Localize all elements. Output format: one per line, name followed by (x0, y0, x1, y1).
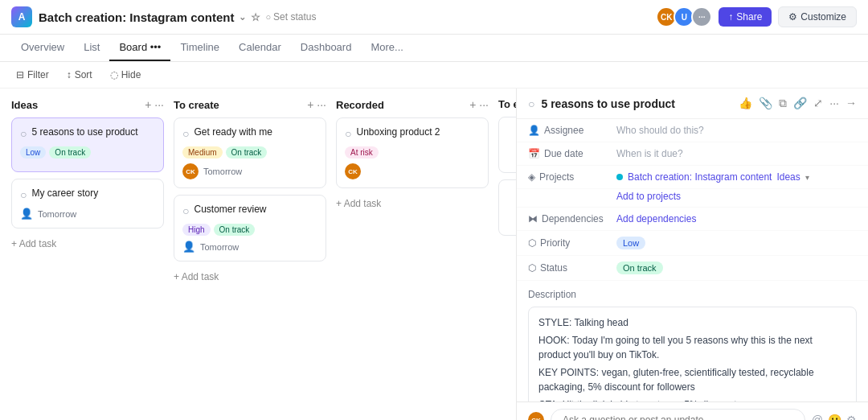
tab-calendar[interactable]: Calendar (229, 35, 291, 61)
comment-attach-icon[interactable]: ⚙ (846, 414, 857, 420)
hide-button[interactable]: ◌ Hide (105, 67, 146, 83)
task-date-career: Tomorrow (38, 209, 76, 219)
task-card-career[interactable]: ○ My career story 👤 Tomorrow (11, 179, 164, 229)
duedate-label: 📅 Due date (528, 148, 616, 159)
comment-emoji-icon[interactable]: 🙂 (828, 414, 841, 420)
more-icon-ideas[interactable]: ··· (154, 98, 164, 111)
more-options-icon[interactable]: ··· (829, 97, 839, 110)
sort-button[interactable]: ↕ Sort (62, 67, 97, 83)
task-circle-icon4: ○ (182, 204, 189, 217)
add-task-icon-recorded[interactable]: + (469, 98, 476, 111)
description-section: Description STYLE: Talking head HOOK: To… (517, 281, 868, 401)
detail-row-dependencies: ⧓ Dependencies Add dependencies (517, 208, 868, 231)
topbar-right: CK U ··· ↑ Share ⚙ Customize (656, 6, 857, 27)
column-actions-tocreate: + ··· (307, 98, 326, 111)
section-chevron-icon: ▾ (805, 173, 809, 182)
status-badge: On track (616, 261, 663, 274)
column-tocreate: To create + ··· ○ Get ready with me Medi… (174, 98, 326, 420)
description-box[interactable]: STYLE: Talking head HOOK: Today I'm goin… (528, 307, 857, 401)
badge-atrisk: At risk (345, 146, 379, 159)
desc-hook: HOOK: Today I'm going to tell you 5 reas… (538, 333, 846, 362)
nav-tabs: Overview List Board ••• Timeline Calenda… (0, 35, 868, 62)
detail-title: 5 reasons to use product (541, 97, 732, 110)
comment-avatar: CK (528, 412, 544, 420)
task-title-5reasons: ○ 5 reasons to use product (20, 126, 155, 140)
hide-icon: ◌ (110, 69, 118, 80)
detail-row-addprojects: Add to projects (517, 189, 868, 208)
filter-button[interactable]: ⊟ Filter (11, 67, 54, 83)
dependencies-value[interactable]: Add dependencies (616, 213, 857, 224)
more-icon-tocreate[interactable]: ··· (317, 98, 326, 111)
task-title-getready: ○ Get ready with me (182, 126, 317, 140)
addprojects-link[interactable]: Add to projects (616, 191, 857, 202)
tab-list[interactable]: List (74, 35, 109, 61)
status-value[interactable]: On track (616, 261, 857, 274)
comment-at-icon[interactable]: @ (812, 414, 823, 420)
task-card-customer[interactable]: ○ Customer review High On track 👤 Tomorr… (174, 195, 326, 261)
assignee-icon: 👤 (528, 125, 540, 136)
task-circle-icon: ○ (20, 127, 27, 140)
project-name-value[interactable]: Batch creation: Instagram content (628, 171, 772, 183)
copy-icon[interactable]: ⧉ (779, 97, 787, 110)
favorite-icon[interactable]: ☆ (251, 11, 260, 23)
share-button[interactable]: ↑ Share (719, 7, 772, 27)
tab-dashboard[interactable]: Dashboard (291, 35, 362, 61)
task-title-customer: ○ Customer review (182, 204, 317, 217)
add-task-icon-tocreate[interactable]: + (307, 98, 313, 111)
badge-high: High (182, 224, 211, 236)
detail-panel: ○ 5 reasons to use product 👍 📎 ⧉ 🔗 ⤢ ···… (516, 89, 868, 420)
close-icon[interactable]: → (845, 97, 857, 110)
detail-row-duedate: 📅 Due date When is it due? (517, 142, 868, 166)
tab-overview[interactable]: Overview (11, 35, 74, 61)
customize-button[interactable]: ⚙ Customize (778, 6, 857, 27)
project-dot (616, 174, 623, 180)
task-card-5reasons[interactable]: ○ 5 reasons to use product Low On track (11, 117, 164, 172)
thumbs-up-icon[interactable]: 👍 (739, 97, 752, 110)
column-header-toedit: To edi… (498, 98, 516, 110)
task-date-getready: Tomorrow (203, 167, 242, 176)
projects-value: Batch creation: Instagram content Ideas … (616, 171, 857, 183)
task-date-customer: Tomorrow (200, 242, 239, 252)
detail-header-actions: 👍 📎 ⧉ 🔗 ⤢ ··· → (739, 97, 857, 110)
set-status-btn[interactable]: ○ Set status (265, 11, 316, 23)
task-card-unboxing[interactable]: ○ Unboxing product 2 At risk CK (336, 117, 489, 188)
task-footer-career: 👤 Tomorrow (20, 208, 155, 220)
calendar-icon: 📅 (528, 148, 540, 159)
expand-icon[interactable]: ⤢ (813, 97, 823, 110)
task-card-getready[interactable]: ○ Get ready with me Medium On track CK T… (174, 117, 326, 188)
title-chevron-icon[interactable]: ⌄ (239, 12, 246, 23)
attachment-icon[interactable]: 📎 (759, 97, 772, 110)
add-task-icon-ideas[interactable]: + (145, 98, 151, 111)
column-toedit: To edi… (498, 98, 516, 420)
task-badges-getready: Medium On track (182, 146, 317, 159)
avatar-getready: CK (182, 163, 199, 179)
comment-input[interactable] (551, 409, 805, 420)
description-label: Description (528, 289, 857, 300)
project-section-value[interactable]: Ideas (776, 171, 800, 183)
task-card-toedit1[interactable] (498, 117, 516, 173)
tab-board[interactable]: Board ••• (109, 35, 170, 61)
tab-timeline[interactable]: Timeline (170, 35, 229, 61)
assignee-value[interactable]: Who should do this? (616, 125, 857, 136)
column-header-recorded: Recorded + ··· (336, 98, 489, 111)
add-task-recorded[interactable]: + Add task (336, 195, 489, 212)
status-label: ⬡ Status (528, 262, 616, 274)
priority-value[interactable]: Low (616, 237, 857, 249)
priority-icon: ⬡ (528, 237, 536, 249)
column-title-tocreate: To create (174, 99, 219, 111)
detail-row-priority: ⬡ Priority Low (517, 231, 868, 256)
add-task-ideas[interactable]: + Add task (11, 235, 164, 253)
avatar-more[interactable]: ··· (691, 6, 712, 27)
duedate-value[interactable]: When is it due? (616, 148, 857, 159)
task-footer-unboxing: CK (345, 163, 480, 179)
column-title-recorded: Recorded (336, 99, 384, 111)
link-icon[interactable]: 🔗 (793, 97, 807, 110)
task-card-toedit2[interactable] (498, 179, 516, 236)
tab-more[interactable]: More... (361, 35, 412, 61)
task-badges-customer: High On track (182, 224, 317, 236)
more-icon-recorded[interactable]: ··· (479, 98, 489, 111)
avatar-unboxing: CK (345, 163, 361, 179)
filter-icon: ⊟ (16, 69, 24, 80)
task-status-icon: ○ (528, 97, 534, 110)
add-task-tocreate[interactable]: + Add task (174, 268, 326, 286)
